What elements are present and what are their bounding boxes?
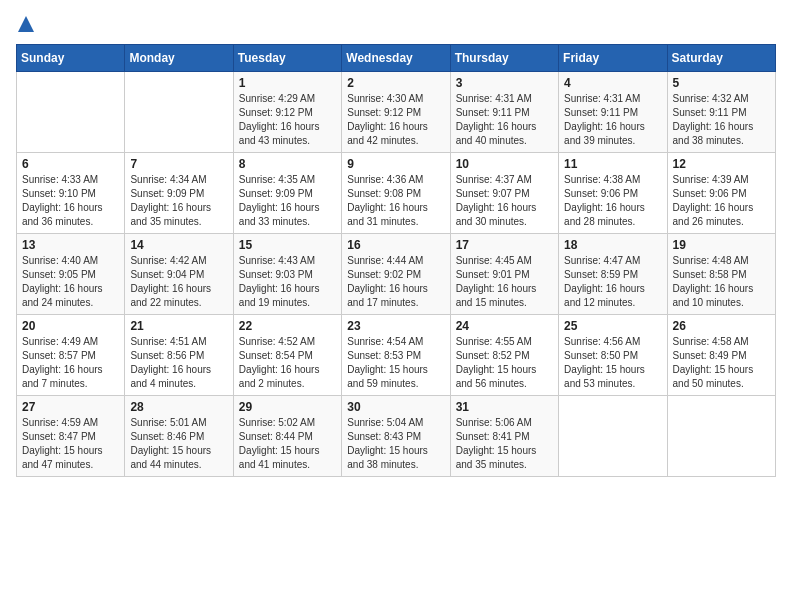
day-info: Sunrise: 4:36 AM Sunset: 9:08 PM Dayligh… bbox=[347, 173, 444, 229]
day-cell: 15Sunrise: 4:43 AM Sunset: 9:03 PM Dayli… bbox=[233, 234, 341, 315]
logo bbox=[16, 16, 34, 32]
day-info: Sunrise: 4:54 AM Sunset: 8:53 PM Dayligh… bbox=[347, 335, 444, 391]
day-info: Sunrise: 4:31 AM Sunset: 9:11 PM Dayligh… bbox=[456, 92, 553, 148]
day-cell: 1Sunrise: 4:29 AM Sunset: 9:12 PM Daylig… bbox=[233, 72, 341, 153]
day-number: 17 bbox=[456, 238, 553, 252]
day-number: 10 bbox=[456, 157, 553, 171]
day-info: Sunrise: 4:56 AM Sunset: 8:50 PM Dayligh… bbox=[564, 335, 661, 391]
day-number: 8 bbox=[239, 157, 336, 171]
day-info: Sunrise: 4:31 AM Sunset: 9:11 PM Dayligh… bbox=[564, 92, 661, 148]
day-cell: 6Sunrise: 4:33 AM Sunset: 9:10 PM Daylig… bbox=[17, 153, 125, 234]
day-number: 9 bbox=[347, 157, 444, 171]
day-number: 21 bbox=[130, 319, 227, 333]
day-number: 20 bbox=[22, 319, 119, 333]
day-cell: 23Sunrise: 4:54 AM Sunset: 8:53 PM Dayli… bbox=[342, 315, 450, 396]
day-cell: 24Sunrise: 4:55 AM Sunset: 8:52 PM Dayli… bbox=[450, 315, 558, 396]
day-info: Sunrise: 4:30 AM Sunset: 9:12 PM Dayligh… bbox=[347, 92, 444, 148]
header-day-friday: Friday bbox=[559, 45, 667, 72]
header-day-sunday: Sunday bbox=[17, 45, 125, 72]
week-row-3: 13Sunrise: 4:40 AM Sunset: 9:05 PM Dayli… bbox=[17, 234, 776, 315]
day-info: Sunrise: 4:58 AM Sunset: 8:49 PM Dayligh… bbox=[673, 335, 770, 391]
day-number: 5 bbox=[673, 76, 770, 90]
day-info: Sunrise: 5:06 AM Sunset: 8:41 PM Dayligh… bbox=[456, 416, 553, 472]
day-info: Sunrise: 4:45 AM Sunset: 9:01 PM Dayligh… bbox=[456, 254, 553, 310]
day-cell: 27Sunrise: 4:59 AM Sunset: 8:47 PM Dayli… bbox=[17, 396, 125, 477]
day-cell: 4Sunrise: 4:31 AM Sunset: 9:11 PM Daylig… bbox=[559, 72, 667, 153]
day-cell: 5Sunrise: 4:32 AM Sunset: 9:11 PM Daylig… bbox=[667, 72, 775, 153]
day-info: Sunrise: 4:47 AM Sunset: 8:59 PM Dayligh… bbox=[564, 254, 661, 310]
svg-marker-0 bbox=[18, 16, 34, 32]
day-info: Sunrise: 4:55 AM Sunset: 8:52 PM Dayligh… bbox=[456, 335, 553, 391]
day-cell: 9Sunrise: 4:36 AM Sunset: 9:08 PM Daylig… bbox=[342, 153, 450, 234]
day-cell: 25Sunrise: 4:56 AM Sunset: 8:50 PM Dayli… bbox=[559, 315, 667, 396]
day-number: 30 bbox=[347, 400, 444, 414]
day-info: Sunrise: 4:33 AM Sunset: 9:10 PM Dayligh… bbox=[22, 173, 119, 229]
day-cell: 8Sunrise: 4:35 AM Sunset: 9:09 PM Daylig… bbox=[233, 153, 341, 234]
day-info: Sunrise: 4:42 AM Sunset: 9:04 PM Dayligh… bbox=[130, 254, 227, 310]
day-cell: 3Sunrise: 4:31 AM Sunset: 9:11 PM Daylig… bbox=[450, 72, 558, 153]
day-cell: 13Sunrise: 4:40 AM Sunset: 9:05 PM Dayli… bbox=[17, 234, 125, 315]
day-info: Sunrise: 4:34 AM Sunset: 9:09 PM Dayligh… bbox=[130, 173, 227, 229]
week-row-4: 20Sunrise: 4:49 AM Sunset: 8:57 PM Dayli… bbox=[17, 315, 776, 396]
day-cell: 31Sunrise: 5:06 AM Sunset: 8:41 PM Dayli… bbox=[450, 396, 558, 477]
day-cell: 22Sunrise: 4:52 AM Sunset: 8:54 PM Dayli… bbox=[233, 315, 341, 396]
day-cell: 18Sunrise: 4:47 AM Sunset: 8:59 PM Dayli… bbox=[559, 234, 667, 315]
logo-icon bbox=[18, 16, 34, 32]
day-info: Sunrise: 5:01 AM Sunset: 8:46 PM Dayligh… bbox=[130, 416, 227, 472]
day-cell: 28Sunrise: 5:01 AM Sunset: 8:46 PM Dayli… bbox=[125, 396, 233, 477]
day-number: 24 bbox=[456, 319, 553, 333]
day-number: 6 bbox=[22, 157, 119, 171]
day-number: 7 bbox=[130, 157, 227, 171]
day-number: 23 bbox=[347, 319, 444, 333]
day-info: Sunrise: 4:49 AM Sunset: 8:57 PM Dayligh… bbox=[22, 335, 119, 391]
day-cell: 30Sunrise: 5:04 AM Sunset: 8:43 PM Dayli… bbox=[342, 396, 450, 477]
day-cell: 7Sunrise: 4:34 AM Sunset: 9:09 PM Daylig… bbox=[125, 153, 233, 234]
calendar-body: 1Sunrise: 4:29 AM Sunset: 9:12 PM Daylig… bbox=[17, 72, 776, 477]
day-cell: 29Sunrise: 5:02 AM Sunset: 8:44 PM Dayli… bbox=[233, 396, 341, 477]
calendar-table: SundayMondayTuesdayWednesdayThursdayFrid… bbox=[16, 44, 776, 477]
day-cell: 11Sunrise: 4:38 AM Sunset: 9:06 PM Dayli… bbox=[559, 153, 667, 234]
day-number: 13 bbox=[22, 238, 119, 252]
day-number: 1 bbox=[239, 76, 336, 90]
day-info: Sunrise: 4:29 AM Sunset: 9:12 PM Dayligh… bbox=[239, 92, 336, 148]
header-row: SundayMondayTuesdayWednesdayThursdayFrid… bbox=[17, 45, 776, 72]
day-number: 12 bbox=[673, 157, 770, 171]
day-number: 29 bbox=[239, 400, 336, 414]
day-number: 4 bbox=[564, 76, 661, 90]
day-cell: 14Sunrise: 4:42 AM Sunset: 9:04 PM Dayli… bbox=[125, 234, 233, 315]
calendar-header: SundayMondayTuesdayWednesdayThursdayFrid… bbox=[17, 45, 776, 72]
day-number: 22 bbox=[239, 319, 336, 333]
week-row-1: 1Sunrise: 4:29 AM Sunset: 9:12 PM Daylig… bbox=[17, 72, 776, 153]
day-info: Sunrise: 4:48 AM Sunset: 8:58 PM Dayligh… bbox=[673, 254, 770, 310]
week-row-2: 6Sunrise: 4:33 AM Sunset: 9:10 PM Daylig… bbox=[17, 153, 776, 234]
day-number: 26 bbox=[673, 319, 770, 333]
day-info: Sunrise: 4:35 AM Sunset: 9:09 PM Dayligh… bbox=[239, 173, 336, 229]
day-number: 28 bbox=[130, 400, 227, 414]
day-number: 19 bbox=[673, 238, 770, 252]
day-cell: 17Sunrise: 4:45 AM Sunset: 9:01 PM Dayli… bbox=[450, 234, 558, 315]
day-info: Sunrise: 4:38 AM Sunset: 9:06 PM Dayligh… bbox=[564, 173, 661, 229]
header-day-tuesday: Tuesday bbox=[233, 45, 341, 72]
day-cell bbox=[559, 396, 667, 477]
day-number: 25 bbox=[564, 319, 661, 333]
day-number: 31 bbox=[456, 400, 553, 414]
day-number: 15 bbox=[239, 238, 336, 252]
day-cell bbox=[667, 396, 775, 477]
day-info: Sunrise: 4:44 AM Sunset: 9:02 PM Dayligh… bbox=[347, 254, 444, 310]
header-day-monday: Monday bbox=[125, 45, 233, 72]
day-info: Sunrise: 4:59 AM Sunset: 8:47 PM Dayligh… bbox=[22, 416, 119, 472]
day-info: Sunrise: 5:04 AM Sunset: 8:43 PM Dayligh… bbox=[347, 416, 444, 472]
header-day-saturday: Saturday bbox=[667, 45, 775, 72]
day-info: Sunrise: 5:02 AM Sunset: 8:44 PM Dayligh… bbox=[239, 416, 336, 472]
day-cell: 21Sunrise: 4:51 AM Sunset: 8:56 PM Dayli… bbox=[125, 315, 233, 396]
day-cell: 16Sunrise: 4:44 AM Sunset: 9:02 PM Dayli… bbox=[342, 234, 450, 315]
day-info: Sunrise: 4:37 AM Sunset: 9:07 PM Dayligh… bbox=[456, 173, 553, 229]
day-cell: 20Sunrise: 4:49 AM Sunset: 8:57 PM Dayli… bbox=[17, 315, 125, 396]
day-number: 11 bbox=[564, 157, 661, 171]
day-number: 18 bbox=[564, 238, 661, 252]
day-cell: 10Sunrise: 4:37 AM Sunset: 9:07 PM Dayli… bbox=[450, 153, 558, 234]
day-cell bbox=[125, 72, 233, 153]
day-cell: 2Sunrise: 4:30 AM Sunset: 9:12 PM Daylig… bbox=[342, 72, 450, 153]
header-day-thursday: Thursday bbox=[450, 45, 558, 72]
day-info: Sunrise: 4:32 AM Sunset: 9:11 PM Dayligh… bbox=[673, 92, 770, 148]
